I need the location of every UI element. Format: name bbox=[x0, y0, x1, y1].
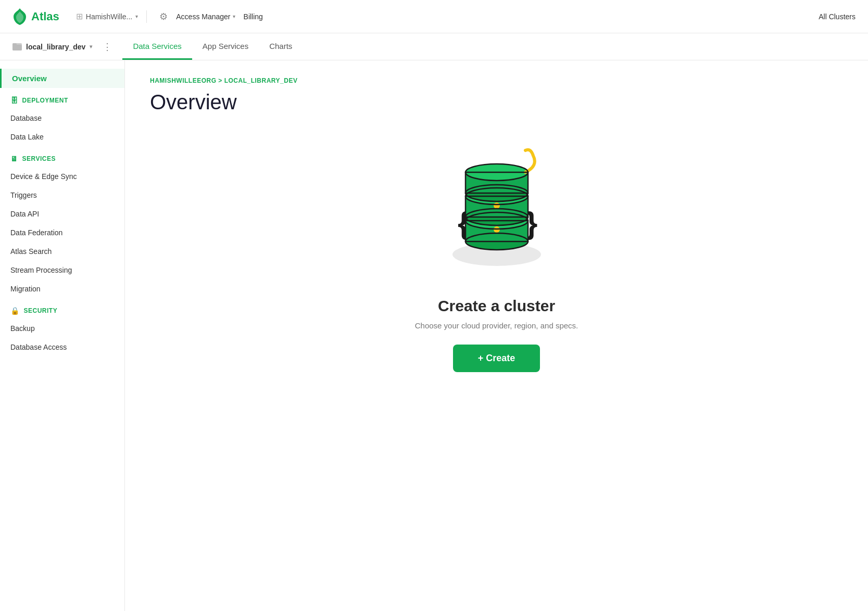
sidebar-item-migration[interactable]: Migration bbox=[0, 279, 124, 298]
sidebar-section-deployment: 🗄 DEPLOYMENT bbox=[0, 88, 124, 109]
breadcrumb: HAMISHWILLEEORG > LOCAL_LIBRARY_DEV bbox=[150, 77, 843, 84]
sidebar-item-data-api[interactable]: Data API bbox=[0, 205, 124, 223]
org-selector[interactable]: ⊞ HamishWille... ▾ bbox=[76, 11, 138, 21]
sidebar-item-overview[interactable]: Overview bbox=[0, 69, 124, 88]
sidebar-item-atlas-search[interactable]: Atlas Search bbox=[0, 242, 124, 261]
deployment-icon: 🗄 bbox=[10, 96, 18, 105]
main-layout: Overview 🗄 DEPLOYMENT Database Data Lake… bbox=[0, 60, 868, 611]
sidebar-item-data-lake[interactable]: Data Lake bbox=[0, 128, 124, 146]
sidebar-section-security: 🔒 SECURITY bbox=[0, 298, 124, 319]
project-chevron-icon: ▾ bbox=[90, 44, 92, 49]
project-name: local_library_dev bbox=[26, 43, 85, 51]
sub-nav: local_library_dev ▾ ⋮ Data Services App … bbox=[0, 33, 868, 60]
all-clusters-link[interactable]: All Clusters bbox=[819, 12, 856, 21]
security-icon: 🔒 bbox=[10, 307, 20, 315]
billing-label: Billing bbox=[244, 12, 263, 21]
sidebar-item-database[interactable]: Database bbox=[0, 109, 124, 128]
dots-menu-icon[interactable]: ⋮ bbox=[96, 41, 118, 53]
page-title: Overview bbox=[150, 91, 843, 114]
create-cluster-desc: Choose your cloud provider, region, and … bbox=[415, 321, 578, 330]
cluster-area: { } bbox=[150, 135, 843, 372]
top-nav: Atlas ⊞ HamishWille... ▾ ⚙ Access Manage… bbox=[0, 0, 868, 33]
sidebar-item-backup[interactable]: Backup bbox=[0, 319, 124, 338]
sidebar-item-stream-processing[interactable]: Stream Processing bbox=[0, 261, 124, 279]
tab-app-services[interactable]: App Services bbox=[192, 33, 259, 60]
sidebar: Overview 🗄 DEPLOYMENT Database Data Lake… bbox=[0, 60, 125, 611]
sidebar-section-services: 🖥 SERVICES bbox=[0, 146, 124, 167]
access-manager-link[interactable]: Access Manager ▾ bbox=[172, 12, 239, 21]
org-chevron-icon: ▾ bbox=[135, 14, 138, 19]
svg-point-12 bbox=[494, 202, 500, 209]
tab-charts[interactable]: Charts bbox=[259, 33, 303, 60]
project-icon bbox=[12, 43, 22, 50]
atlas-logo-icon bbox=[12, 8, 27, 25]
sidebar-item-triggers[interactable]: Triggers bbox=[0, 186, 124, 205]
svg-rect-1 bbox=[12, 43, 17, 46]
database-illustration: { } bbox=[429, 135, 564, 281]
billing-link[interactable]: Billing bbox=[240, 12, 267, 21]
sub-nav-tabs: Data Services App Services Charts bbox=[122, 33, 303, 60]
tab-data-services[interactable]: Data Services bbox=[122, 33, 192, 60]
nav-divider bbox=[146, 10, 147, 23]
create-cluster-button[interactable]: + Create bbox=[453, 345, 540, 372]
folder-icon bbox=[12, 43, 22, 50]
gear-icon[interactable]: ⚙ bbox=[155, 11, 172, 22]
sidebar-item-database-access[interactable]: Database Access bbox=[0, 338, 124, 357]
org-icon: ⊞ bbox=[76, 11, 83, 21]
atlas-logo-text: Atlas bbox=[31, 10, 59, 23]
org-name: HamishWille... bbox=[86, 12, 132, 21]
access-manager-label: Access Manager bbox=[176, 12, 230, 21]
sidebar-item-device-edge-sync[interactable]: Device & Edge Sync bbox=[0, 167, 124, 186]
sidebar-item-data-federation[interactable]: Data Federation bbox=[0, 223, 124, 242]
logo-area: Atlas bbox=[12, 8, 59, 25]
project-selector[interactable]: local_library_dev ▾ bbox=[12, 43, 92, 51]
create-cluster-title: Create a cluster bbox=[438, 297, 555, 315]
main-content: HAMISHWILLEEORG > LOCAL_LIBRARY_DEV Over… bbox=[125, 60, 868, 611]
access-manager-chevron-icon: ▾ bbox=[233, 14, 235, 19]
services-icon: 🖥 bbox=[10, 155, 18, 163]
